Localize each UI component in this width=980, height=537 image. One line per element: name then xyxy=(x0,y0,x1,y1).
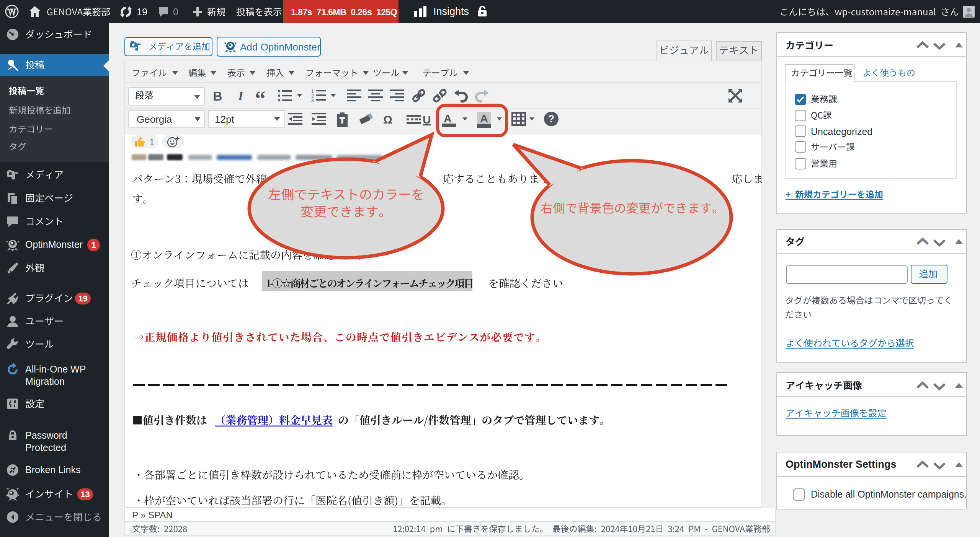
svg-text:3: 3 xyxy=(311,98,314,103)
svg-text:?: ? xyxy=(548,113,555,125)
